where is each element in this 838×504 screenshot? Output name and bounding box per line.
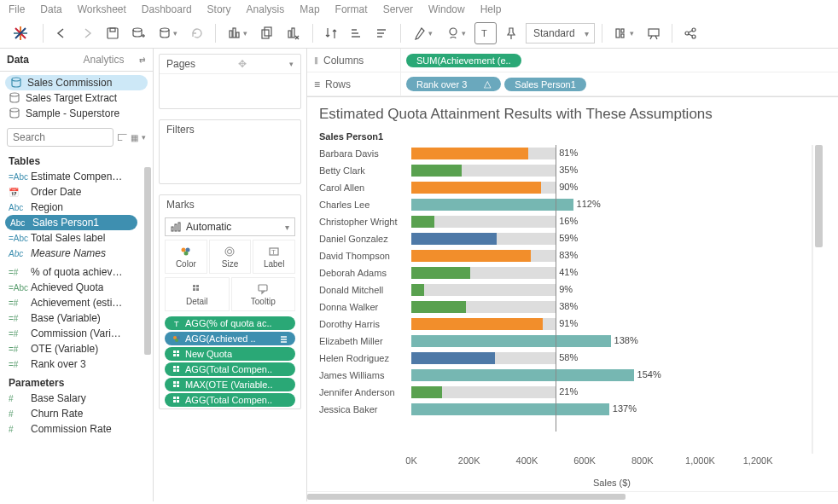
bar-row[interactable]: 21%	[411, 384, 812, 401]
group-button[interactable]: ▾	[441, 22, 471, 44]
rows-icon: ≡	[314, 78, 320, 90]
viz-title[interactable]: Estimated Quota Attainment Results with …	[319, 106, 824, 123]
field-item[interactable]: 📅Order Date	[0, 184, 143, 200]
mark-size-button[interactable]: Size	[209, 240, 252, 274]
menu-story[interactable]: Story	[207, 3, 231, 15]
field-item[interactable]: =AbcTotal Sales label	[0, 230, 143, 246]
undo-button[interactable]	[50, 22, 73, 44]
swap-button[interactable]	[320, 22, 342, 44]
sort-desc-button[interactable]	[371, 22, 393, 44]
filters-card[interactable]: Filters	[159, 119, 301, 184]
pages-card[interactable]: Pages✥▾	[159, 54, 301, 109]
menu-analysis[interactable]: Analysis	[247, 3, 285, 15]
menu-help[interactable]: Help	[480, 3, 502, 15]
menu-data[interactable]: Data	[40, 3, 61, 15]
menu-bar: FileDataWorksheetDashboardStoryAnalysisM…	[0, 0, 838, 19]
mark-detail-button[interactable]: Detail	[165, 277, 230, 311]
field-item[interactable]: =#OTE (Variable)	[0, 341, 143, 356]
menu-format[interactable]: Format	[335, 3, 368, 15]
field-item[interactable]: AbcSales Person1	[5, 215, 137, 230]
search-icon[interactable]: ⫍	[117, 131, 127, 143]
datasource-item[interactable]: Sales Target Extract	[0, 90, 153, 106]
search-input[interactable]	[7, 128, 113, 147]
bar-row[interactable]: 112%	[411, 196, 812, 213]
mark-pill[interactable]: AGG(Total Compen..	[165, 362, 295, 376]
mark-pill[interactable]: MAX(OTE (Variable..	[165, 378, 295, 391]
highlight-button[interactable]: ▾	[408, 22, 438, 44]
field-item[interactable]: #Churn Rate	[0, 406, 143, 421]
new-datasource-button[interactable]	[127, 22, 149, 44]
menu-map[interactable]: Map	[300, 3, 319, 15]
field-item[interactable]: =#Achievement (esti…	[0, 295, 143, 310]
presentation-button[interactable]	[643, 22, 665, 44]
pin-button[interactable]	[500, 22, 522, 44]
data-pane-scrollbar[interactable]	[143, 150, 153, 501]
autosave-button[interactable]: ▾	[153, 22, 183, 44]
bar-row[interactable]: 35%	[411, 162, 812, 179]
field-item[interactable]: #Commission Rate	[0, 421, 143, 437]
bar-row[interactable]: 137%	[411, 401, 812, 418]
field-item[interactable]: =AbcEstimate Compen…	[0, 169, 143, 184]
redo-button[interactable]	[76, 22, 98, 44]
save-button[interactable]	[102, 22, 124, 44]
bar-row[interactable]: 59%	[411, 230, 812, 247]
datasource-item[interactable]: Sales Commission	[5, 75, 148, 90]
mark-type-select[interactable]: Automatic	[165, 217, 295, 236]
rows-pill-1[interactable]: Rank over 3△	[406, 77, 501, 91]
chart-scrollbar[interactable]	[812, 145, 824, 454]
mark-color-button[interactable]: Color	[165, 240, 207, 274]
columns-icon: ⦀	[314, 55, 318, 67]
menu-file[interactable]: File	[9, 3, 25, 15]
field-item[interactable]: =AbcAchieved Quota	[0, 280, 143, 295]
bar-row[interactable]: 154%	[411, 367, 812, 384]
menu-server[interactable]: Server	[383, 3, 413, 15]
mark-pill[interactable]: TAGG(% of quota ac..	[165, 316, 295, 330]
rows-shelf[interactable]: ≡Rows Rank over 3△ Sales Person1	[307, 72, 838, 96]
tab-analytics[interactable]: Analytics⇄	[77, 49, 154, 71]
bar-row[interactable]: 81%	[411, 145, 812, 162]
field-item[interactable]: #Base Salary	[0, 391, 143, 406]
bar-row[interactable]: 91%	[411, 316, 812, 333]
bar-row[interactable]: 138%	[411, 333, 812, 350]
rows-pill-2[interactable]: Sales Person1	[504, 78, 586, 91]
field-item[interactable]: AbcRegion	[0, 200, 143, 215]
mark-pill[interactable]: AGG(Achieved ..	[165, 332, 295, 345]
mark-pill[interactable]: New Quota	[165, 347, 295, 361]
columns-pill[interactable]: SUM(Achievement (e..	[406, 54, 521, 67]
menu-window[interactable]: Window	[428, 3, 465, 15]
sort-asc-button[interactable]	[346, 22, 368, 44]
field-item[interactable]: AbcMeasure Names	[0, 246, 143, 261]
menu-worksheet[interactable]: Worksheet	[78, 3, 126, 15]
duplicate-button[interactable]	[256, 22, 278, 44]
field-item[interactable]: =#Rank over 3	[0, 356, 143, 372]
chart-canvas[interactable]: 81%35%90%112%16%59%83%41%9%38%91%138%58%…	[411, 145, 812, 454]
search-menu-icon[interactable]: ▾	[142, 133, 146, 142]
refresh-button[interactable]	[186, 22, 208, 44]
bar-row[interactable]: 9%	[411, 281, 812, 298]
mark-tooltip-button[interactable]: Tooltip	[231, 277, 296, 311]
menu-dashboard[interactable]: Dashboard	[142, 3, 192, 15]
columns-shelf[interactable]: ⦀Columns SUM(Achievement (e..	[307, 49, 838, 72]
bar-row[interactable]: 16%	[411, 213, 812, 230]
new-worksheet-button[interactable]: ▾	[223, 22, 253, 44]
clear-button[interactable]	[282, 22, 306, 44]
show-cards-button[interactable]: ▾	[609, 22, 639, 44]
bar-row[interactable]: 90%	[411, 179, 812, 196]
tab-data[interactable]: Data	[0, 49, 77, 71]
fit-select[interactable]: Standard	[526, 23, 595, 43]
datasource-item[interactable]: Sample - Superstore	[0, 106, 153, 121]
bar-row[interactable]: 41%	[411, 264, 812, 281]
bar-row[interactable]: 83%	[411, 247, 812, 264]
mark-label-button[interactable]: TLabel	[253, 240, 295, 274]
bar-row[interactable]: 38%	[411, 298, 812, 316]
field-item[interactable]: =#% of quota achiev…	[0, 264, 143, 280]
share-button[interactable]	[679, 22, 701, 44]
svg-rect-14	[265, 27, 271, 36]
bar-row[interactable]: 58%	[411, 350, 812, 367]
view-icon[interactable]: ▦	[131, 133, 138, 142]
show-labels-button[interactable]: T	[474, 22, 497, 44]
horizontal-scrollbar[interactable]	[307, 491, 838, 501]
field-item[interactable]: =#Base (Variable)	[0, 310, 143, 326]
mark-pill[interactable]: AGG(Total Compen..	[165, 393, 295, 407]
field-item[interactable]: =#Commission (Vari…	[0, 326, 143, 341]
